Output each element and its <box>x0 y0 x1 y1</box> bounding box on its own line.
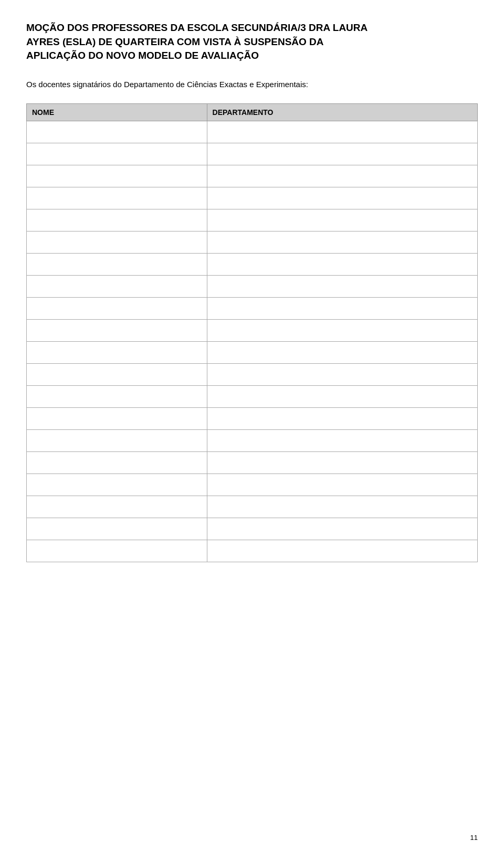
cell-nome <box>27 452 207 474</box>
cell-nome <box>27 209 207 232</box>
cell-departamento <box>207 298 477 320</box>
cell-nome <box>27 298 207 320</box>
cell-departamento <box>207 143 477 165</box>
cell-departamento <box>207 209 477 232</box>
page-title: MOÇÃO DOS PROFESSORES DA ESCOLA SECUNDÁR… <box>26 21 478 63</box>
cell-nome <box>27 408 207 430</box>
cell-nome <box>27 165 207 187</box>
table-row <box>27 474 478 496</box>
table-row <box>27 342 478 364</box>
cell-departamento <box>207 232 477 254</box>
table-row <box>27 276 478 298</box>
table-row <box>27 408 478 430</box>
table-row <box>27 364 478 386</box>
table-row <box>27 496 478 518</box>
table-row <box>27 232 478 254</box>
cell-departamento <box>207 320 477 342</box>
page-number: 11 <box>470 834 478 842</box>
cell-departamento <box>207 254 477 276</box>
cell-departamento <box>207 386 477 408</box>
cell-departamento <box>207 187 477 209</box>
table-row <box>27 452 478 474</box>
title-block: MOÇÃO DOS PROFESSORES DA ESCOLA SECUNDÁR… <box>26 21 478 63</box>
table-row <box>27 187 478 209</box>
cell-nome <box>27 143 207 165</box>
cell-nome <box>27 386 207 408</box>
table-row <box>27 320 478 342</box>
column-header-departamento: DEPARTAMENTO <box>207 104 477 121</box>
cell-nome <box>27 474 207 496</box>
table-row <box>27 209 478 232</box>
table-row <box>27 518 478 540</box>
cell-departamento <box>207 342 477 364</box>
table-row <box>27 165 478 187</box>
cell-departamento <box>207 276 477 298</box>
table-row <box>27 121 478 143</box>
cell-nome <box>27 320 207 342</box>
cell-nome <box>27 518 207 540</box>
signatories-table: NOME DEPARTAMENTO <box>26 103 478 562</box>
cell-nome <box>27 430 207 452</box>
table-row <box>27 386 478 408</box>
cell-nome <box>27 342 207 364</box>
table-row <box>27 254 478 276</box>
table-row <box>27 540 478 562</box>
cell-departamento <box>207 408 477 430</box>
cell-departamento <box>207 165 477 187</box>
table-row <box>27 430 478 452</box>
intro-text: Os docentes signatários do Departamento … <box>26 79 478 91</box>
table-row <box>27 298 478 320</box>
cell-nome <box>27 364 207 386</box>
cell-nome <box>27 540 207 562</box>
cell-nome <box>27 232 207 254</box>
cell-departamento <box>207 496 477 518</box>
cell-nome <box>27 276 207 298</box>
cell-nome <box>27 496 207 518</box>
column-header-nome: NOME <box>27 104 207 121</box>
cell-departamento <box>207 364 477 386</box>
table-header-row: NOME DEPARTAMENTO <box>27 104 478 121</box>
cell-nome <box>27 187 207 209</box>
table-row <box>27 143 478 165</box>
cell-departamento <box>207 518 477 540</box>
page-container: MOÇÃO DOS PROFESSORES DA ESCOLA SECUNDÁR… <box>0 0 504 852</box>
cell-departamento <box>207 474 477 496</box>
cell-departamento <box>207 430 477 452</box>
cell-nome <box>27 254 207 276</box>
cell-departamento <box>207 452 477 474</box>
cell-departamento <box>207 121 477 143</box>
cell-nome <box>27 121 207 143</box>
cell-departamento <box>207 540 477 562</box>
